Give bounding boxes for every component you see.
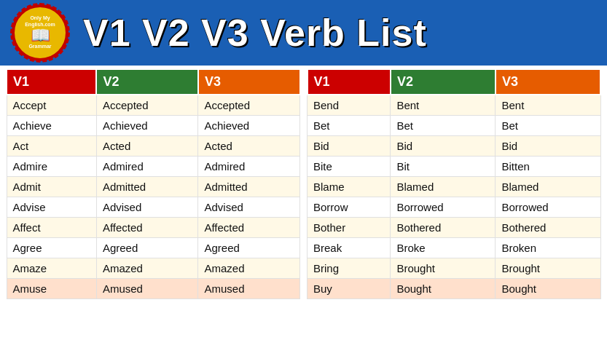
table2-col2-header: V2 [391, 69, 496, 95]
table1-cell-r5-c2: Advised [198, 197, 300, 218]
table2-cell-r5-c0: Borrow [308, 197, 391, 218]
table-row: BotherBotheredBothered [308, 218, 601, 238]
table2-cell-r1-c2: Bet [496, 116, 600, 136]
table1-cell-r0-c2: Accepted [198, 95, 300, 116]
table1-col1-header: V1 [7, 69, 96, 95]
table1-cell-r1-c1: Achieved [96, 116, 198, 136]
table2-cell-r7-c0: Break [308, 238, 391, 258]
table-row: BendBentBent [308, 95, 601, 116]
table1-cell-r2-c2: Acted [198, 136, 300, 157]
table2-cell-r1-c0: Bet [308, 116, 391, 136]
table1-cell-r9-c0: Amuse [7, 279, 96, 299]
table-row: BreakBrokeBroken [308, 238, 601, 258]
table-row: BiteBitBitten [308, 157, 601, 177]
table1-cell-r9-c2: Amused [198, 279, 300, 299]
table2-wrapper: V1 V2 V3 BendBentBentBetBetBetBidBidBidB… [307, 68, 602, 361]
table-row: AmuseAmusedAmused [7, 279, 300, 299]
table1-cell-r2-c1: Acted [96, 136, 198, 157]
table2-col1-header: V1 [308, 69, 391, 95]
table-row: BidBidBid [308, 136, 601, 157]
table2-cell-r2-c1: Bid [391, 136, 496, 157]
main-content: V1 V2 V3 AcceptAcceptedAcceptedAchieveAc… [0, 66, 607, 364]
table1-cell-r8-c0: Amaze [7, 258, 96, 279]
table1-cell-r4-c0: Admit [7, 177, 96, 197]
table-row: AmazeAmazedAmazed [7, 258, 300, 279]
table2-cell-r9-c1: Bought [391, 279, 496, 299]
table-row: AdmireAdmiredAdmired [7, 157, 300, 177]
table-row: AdviseAdvisedAdvised [7, 197, 300, 218]
logo-book-icon: 📖 [31, 28, 50, 44]
table2-cell-r3-c0: Bite [308, 157, 391, 177]
table1-cell-r4-c2: Admitted [198, 177, 300, 197]
table2-cell-r5-c2: Borrowed [496, 197, 600, 218]
table1-cell-r7-c0: Agree [7, 238, 96, 258]
table1-cell-r0-c0: Accept [7, 95, 96, 116]
table2-cell-r1-c1: Bet [391, 116, 496, 136]
table2-cell-r8-c1: Brought [391, 258, 496, 279]
page-header: Only My English.com 📖 Grammar V1 V2 V3 V… [0, 0, 607, 66]
table1-cell-r6-c2: Affected [198, 218, 300, 238]
verb-table-2: V1 V2 V3 BendBentBentBetBetBetBidBidBidB… [307, 68, 602, 299]
table-row: AgreeAgreedAgreed [7, 238, 300, 258]
table2-cell-r7-c2: Broken [496, 238, 600, 258]
table2-cell-r4-c0: Blame [308, 177, 391, 197]
table1-cell-r1-c2: Achieved [198, 116, 300, 136]
table1-col2-header: V2 [96, 69, 198, 95]
table1-cell-r5-c1: Advised [96, 197, 198, 218]
table1-cell-r1-c0: Achieve [7, 116, 96, 136]
table-row: AchieveAchievedAchieved [7, 116, 300, 136]
logo-top-text: Only My English.com [15, 15, 66, 28]
table1-cell-r3-c0: Admire [7, 157, 96, 177]
table2-cell-r6-c2: Bothered [496, 218, 600, 238]
table1-cell-r7-c2: Agreed [198, 238, 300, 258]
table2-cell-r7-c1: Broke [391, 238, 496, 258]
table-row: AdmitAdmittedAdmitted [7, 177, 300, 197]
table2-cell-r6-c0: Bother [308, 218, 391, 238]
table2-cell-r3-c2: Bitten [496, 157, 600, 177]
table1-cell-r9-c1: Amused [96, 279, 198, 299]
table1-cell-r4-c1: Admitted [96, 177, 198, 197]
table2-cell-r4-c1: Blamed [391, 177, 496, 197]
table1-cell-r3-c1: Admired [96, 157, 198, 177]
verb-table-1: V1 V2 V3 AcceptAcceptedAcceptedAchieveAc… [6, 68, 301, 299]
table2-cell-r6-c1: Bothered [391, 218, 496, 238]
logo-bottom-text: Grammar [28, 44, 51, 50]
logo: Only My English.com 📖 Grammar [12, 4, 68, 61]
table2-cell-r9-c0: Buy [308, 279, 391, 299]
table-row: AffectAffectedAffected [7, 218, 300, 238]
table2-cell-r9-c2: Bought [496, 279, 600, 299]
table2-cell-r2-c2: Bid [496, 136, 600, 157]
table-row: BorrowBorrowedBorrowed [308, 197, 601, 218]
table2-cell-r8-c0: Bring [308, 258, 391, 279]
table1-cell-r3-c2: Admired [198, 157, 300, 177]
table1-cell-r2-c0: Act [7, 136, 96, 157]
table-row: BetBetBet [308, 116, 601, 136]
table1-cell-r7-c1: Agreed [96, 238, 198, 258]
table1-cell-r6-c0: Affect [7, 218, 96, 238]
table-row: AcceptAcceptedAccepted [7, 95, 300, 116]
table-row: BuyBoughtBought [308, 279, 601, 299]
table-row: BlameBlamedBlamed [308, 177, 601, 197]
table2-cell-r0-c2: Bent [496, 95, 600, 116]
table-row: ActActedActed [7, 136, 300, 157]
table2-cell-r0-c1: Bent [391, 95, 496, 116]
table1-cell-r8-c2: Amazed [198, 258, 300, 279]
table-row: BringBroughtBrought [308, 258, 601, 279]
table1-cell-r8-c1: Amazed [96, 258, 198, 279]
table1-cell-r6-c1: Affected [96, 218, 198, 238]
table1-cell-r5-c0: Advise [7, 197, 96, 218]
page-title: V1 V2 V3 Verb List [83, 11, 427, 55]
table1-col3-header: V3 [198, 69, 300, 95]
table2-cell-r8-c2: Brought [496, 258, 600, 279]
table2-cell-r0-c0: Bend [308, 95, 391, 116]
table2-cell-r5-c1: Borrowed [391, 197, 496, 218]
table2-cell-r4-c2: Blamed [496, 177, 600, 197]
table1-cell-r0-c1: Accepted [96, 95, 198, 116]
table2-cell-r2-c0: Bid [308, 136, 391, 157]
table1-wrapper: V1 V2 V3 AcceptAcceptedAcceptedAchieveAc… [6, 68, 301, 361]
table2-col3-header: V3 [496, 69, 600, 95]
table2-cell-r3-c1: Bit [391, 157, 496, 177]
